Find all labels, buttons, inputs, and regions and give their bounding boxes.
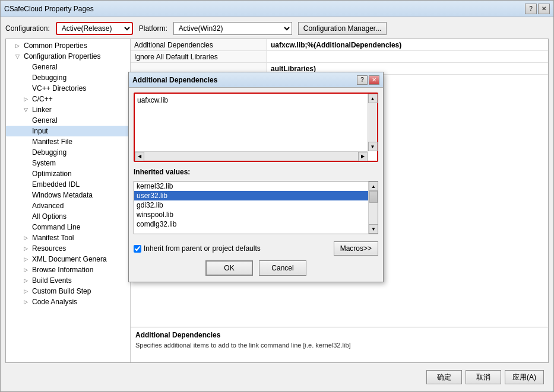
tree-item-linker-system[interactable]: System [6,158,130,168]
close-button[interactable]: ✕ [538,4,550,14]
tree-item-general[interactable]: General [6,62,130,72]
dialog-title-bar: Additional Dependencies ? ✕ [129,72,383,88]
arrow-icon: ▷ [24,246,31,251]
list-scroll-down[interactable]: ▼ [369,224,378,234]
dialog-action-buttons: OK Cancel [129,260,383,282]
tree-item-linker-advanced[interactable]: Advanced [6,200,130,211]
dialog-title-buttons: ? ✕ [357,75,379,85]
config-label: Configuration: [5,24,50,33]
inherited-list: kernel32.lib user32.lib gdi32.lib winspo… [134,181,378,229]
inherit-checkbox[interactable] [134,245,141,253]
scroll-up-arrow[interactable]: ▲ [368,94,378,103]
vertical-scrollbar[interactable]: ▲ ▼ [368,94,377,151]
confirm-button[interactable]: 确定 [426,370,462,384]
tree-item-cpp[interactable]: ▷ C/C++ [6,94,130,104]
description-text: Specifies additional items to add to the… [135,342,543,349]
tree-item-label: Browse Information [32,266,93,274]
help-button[interactable]: ? [525,4,537,14]
tree-item-browse-info[interactable]: ▷ Browse Information [6,264,130,275]
tree-item-linker-cmdline[interactable]: Command Line [6,222,130,232]
h-scroll-track [144,152,358,161]
dialog-cancel-button[interactable]: Cancel [259,260,306,276]
tree-item-linker-all-options[interactable]: All Options [6,211,130,222]
arrow-icon: ▷ [15,43,23,49]
dialog-help-button[interactable]: ? [357,75,368,85]
tree-item-label: General [32,116,58,125]
arrow-icon: ▷ [24,267,31,273]
tree-item-debugging[interactable]: Debugging [6,72,130,83]
props-row-additional-deps: Additional Dependencies uafxcw.lib;%(Add… [131,39,548,51]
props-value [267,51,548,62]
tree-item-label: Windows Metadata [32,191,93,199]
tree-item-label: All Options [32,212,67,221]
scroll-left-arrow[interactable]: ◀ [135,152,144,161]
tree-item-linker-embedded-idl[interactable]: Embedded IDL [6,179,130,190]
tree-item-label: Custom Build Step [32,287,91,295]
macros-button[interactable]: Macros>> [334,241,378,256]
apply-button[interactable]: 应用(A) [505,370,544,384]
scroll-down-arrow[interactable]: ▼ [368,142,378,151]
list-scroll-up[interactable]: ▲ [369,181,378,191]
tree-item-linker[interactable]: ▽ Linker [6,104,130,115]
horizontal-scrollbar[interactable]: ◀ ▶ [135,151,368,161]
tree-item-label: Configuration Properties [24,52,100,60]
tree-item-linker-manifest-file[interactable]: Manifest File [6,136,130,147]
inherited-item-user32: user32.lib [134,191,368,200]
dialog-footer: Inherit from parent or project defaults … [129,239,383,260]
list-scroll-thumb [369,191,378,203]
title-bar-buttons: ? ✕ [525,4,550,14]
bottom-buttons: 确定 取消 应用(A) [5,366,549,387]
tree-item-common-props[interactable]: ▷ Common Properties [6,40,130,51]
platform-label: Platform: [139,24,167,33]
inherited-values-label: Inherited values: [134,168,378,176]
inherit-checkbox-row: Inherit from parent or project defaults [134,244,261,253]
arrow-icon: ▽ [24,107,31,113]
deps-textarea[interactable]: uafxcw.lib [135,94,377,159]
tree-item-label: Input [32,127,48,135]
tree-item-linker-input[interactable]: Input [6,126,130,136]
tree-item-label: Manifest File [32,138,72,146]
tree-item-label: Command Line [32,223,80,231]
tree-item-label: Advanced [32,202,64,210]
tree-item-build-events[interactable]: ▷ Build Events [6,275,130,286]
tree-item-label: System [32,159,56,167]
top-bar: Configuration: Active(Release) Platform:… [5,22,549,35]
tree-item-label: VC++ Directories [32,84,86,93]
dialog-body: uafxcw.lib ▲ ▼ ◀ ▶ Inherited values: [129,88,383,239]
props-row-ignore-libs: Ignore All Default Libraries [131,51,548,63]
scroll-track [368,103,377,142]
tree-item-code-analysis[interactable]: ▷ Code Analysis [6,297,130,307]
dialog-close-button[interactable]: ✕ [369,75,379,85]
inherited-list-container: kernel32.lib user32.lib gdi32.lib winspo… [134,181,378,234]
tree-item-linker-general[interactable]: General [6,115,130,126]
config-manager-button[interactable]: Configuration Manager... [298,22,387,35]
props-label: Ignore All Default Libraries [131,51,267,62]
scroll-right-arrow[interactable]: ▶ [358,152,368,161]
tree-item-linker-debugging[interactable]: Debugging [6,147,130,158]
description-area: Additional Dependencies Specifies additi… [131,327,548,362]
tree-item-vcpp-dirs[interactable]: VC++ Directories [6,83,130,94]
arrow-icon: ▷ [24,278,31,283]
tree-item-manifest-tool[interactable]: ▷ Manifest Tool [6,232,130,243]
tree-item-linker-windows-metadata[interactable]: Windows Metadata [6,190,130,200]
cancel-main-button[interactable]: 取消 [466,370,501,384]
tree-item-xml-doc[interactable]: ▷ XML Document Genera [6,254,130,264]
config-dropdown[interactable]: Active(Release) [56,22,133,35]
tree-item-label: Manifest Tool [32,234,74,242]
ok-button[interactable]: OK [205,260,253,276]
list-scrollbar[interactable]: ▲ ▼ [368,181,378,234]
tree-item-label: Linker [32,106,52,114]
list-scroll-track [369,191,378,224]
platform-dropdown[interactable]: Active(Win32) [173,22,292,35]
tree-item-resources[interactable]: ▷ Resources [6,243,130,254]
tree-item-custom-build[interactable]: ▷ Custom Build Step [6,286,130,297]
tree-item-config-props[interactable]: ▽ Configuration Properties [6,51,130,62]
tree-item-label: Common Properties [24,42,87,50]
inherited-item-kernel32: kernel32.lib [134,181,368,191]
arrow-icon: ▷ [24,235,31,241]
window-title: CSafeCloud Property Pages [4,5,94,13]
props-value: uafxcw.lib;%(AdditionalDependencies) [267,39,548,50]
tree-item-linker-optimization[interactable]: Optimization [6,168,130,179]
tree-panel: ▷ Common Properties ▽ Configuration Prop… [6,39,131,362]
tree-item-label: Build Events [32,276,72,285]
